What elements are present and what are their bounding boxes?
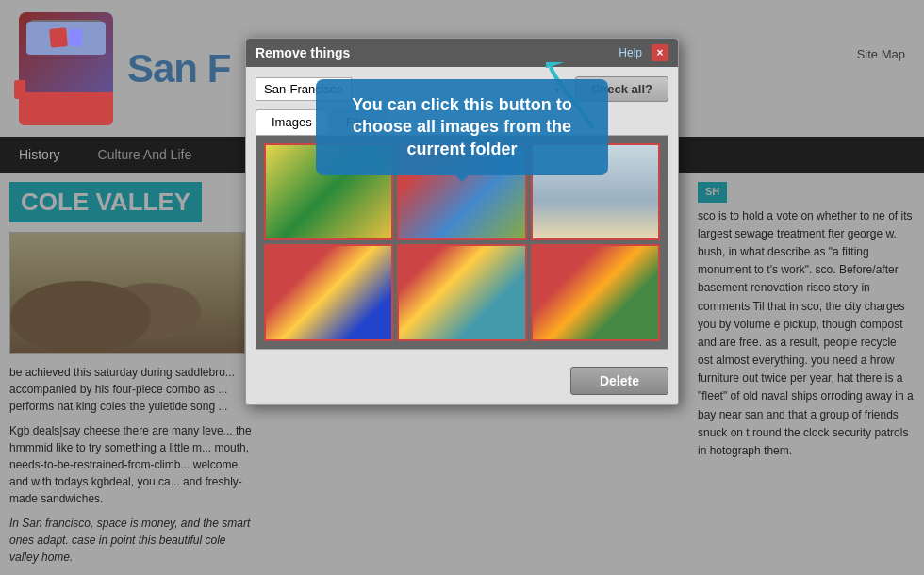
thumbnail-6[interactable] [531,244,660,341]
modal-footer: Delete [246,359,678,404]
thumbnail-4[interactable] [264,244,393,341]
modal-overlay: Remove things Help × San-Francisco Check… [0,0,924,575]
modal-title-right: Help × [619,44,668,61]
thumbnail-5[interactable] [397,244,526,341]
modal-titlebar: Remove things Help × [246,39,678,67]
modal-close-button[interactable]: × [652,44,668,61]
modal-dialog: Remove things Help × San-Francisco Check… [245,38,679,405]
modal-title: Remove things [256,45,350,60]
delete-button[interactable]: Delete [570,367,668,395]
modal-help-link[interactable]: Help [619,46,642,59]
tooltip-callout: You can click this button to choose all … [316,79,608,175]
modal-body: San-Francisco Check all? Images Files [246,67,678,359]
image-grid-container: You can click this button to choose all … [256,135,668,350]
